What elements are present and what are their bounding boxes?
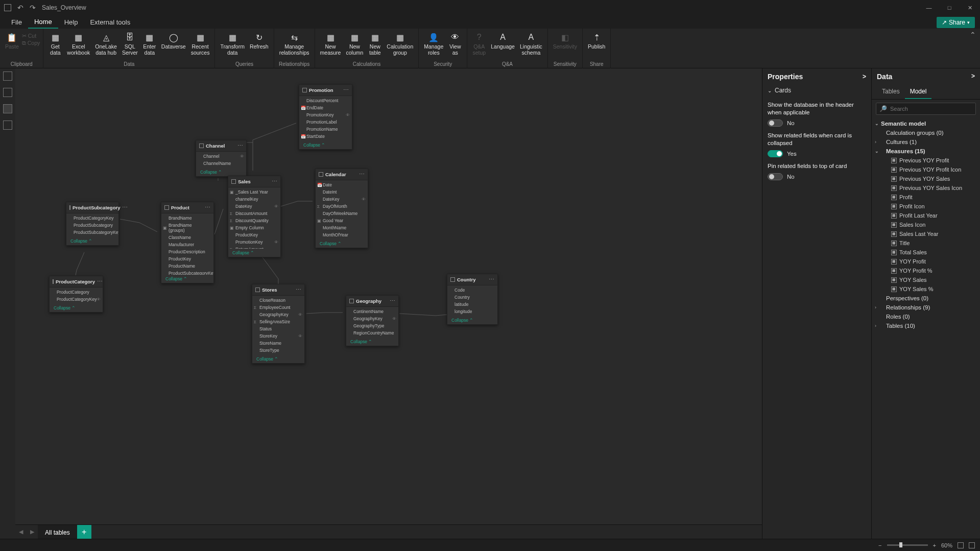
- measure-profit[interactable]: ▦Profit: [874, 193, 978, 202]
- undo-icon[interactable]: ↶: [17, 4, 23, 12]
- table-card-calendar[interactable]: Calendar⋯📅DateDateIntDateKey👁ΣDayOfMonth…: [315, 169, 368, 248]
- close-button[interactable]: ✕: [960, 0, 980, 15]
- field-dayofweekname[interactable]: DayOfWeekName: [316, 210, 368, 217]
- data-tab-model[interactable]: Model: [905, 85, 932, 99]
- opt3-toggle[interactable]: [768, 173, 783, 180]
- collapse-link[interactable]: Collapse ⌃: [346, 338, 398, 346]
- tab-prev-icon[interactable]: ◀: [15, 529, 27, 535]
- field-productdescription[interactable]: ProductDescription: [161, 248, 213, 255]
- field-classname[interactable]: ClassName: [161, 234, 213, 241]
- measure-previous-yoy-profit[interactable]: ▦Previous YOY Profit: [874, 156, 978, 165]
- field-startdate[interactable]: 📅StartDate: [299, 133, 352, 140]
- table-card-country[interactable]: Country⋯CodeCountrylatitudelongitudeColl…: [447, 274, 498, 325]
- field-dateint[interactable]: DateInt: [316, 188, 368, 196]
- ribbon-calculation-group[interactable]: ▦Calculation group: [385, 31, 415, 57]
- dax-view-icon[interactable]: [3, 121, 12, 130]
- ribbon-publish[interactable]: ⇡Publish: [586, 31, 607, 51]
- ribbon-cut[interactable]: ✂ Cut: [22, 33, 40, 39]
- more-icon[interactable]: ⋯: [489, 276, 494, 283]
- zoom-in-icon[interactable]: +: [933, 542, 936, 548]
- data-tab-tables[interactable]: Tables: [877, 85, 905, 99]
- ribbon-transform-data[interactable]: ▦Transform data: [218, 31, 246, 57]
- add-tab-button[interactable]: +: [77, 525, 91, 539]
- menu-item-file[interactable]: File: [5, 16, 28, 28]
- ribbon-enter-data[interactable]: ▦Enter data: [141, 31, 158, 57]
- ribbon-manage-relationships[interactable]: ⇆Manage relationships: [277, 31, 312, 57]
- maximize-button[interactable]: □: [939, 0, 960, 15]
- measure-sales-icon[interactable]: ▦Sales Icon: [874, 220, 978, 229]
- table-card-productsubcategory[interactable]: ProductSubcategory⋯ProductCategoryKeyPro…: [66, 202, 119, 246]
- collapse-link[interactable]: Collapse ⌃: [447, 316, 497, 324]
- collapse-link[interactable]: Collapse ⌃: [252, 355, 304, 363]
- zoom-out-icon[interactable]: −: [878, 542, 881, 548]
- table-card-product[interactable]: Product⋯BrandName▣BrandName (groups)Clas…: [161, 202, 214, 283]
- ribbon-new-table[interactable]: ▦New table: [366, 31, 384, 57]
- tab-all-tables[interactable]: All tables: [38, 525, 77, 539]
- ribbon-new-column[interactable]: ▦New column: [344, 31, 365, 57]
- cards-section-header[interactable]: ⌄ Cards: [768, 85, 866, 96]
- field-promotionkey[interactable]: PromotionKey👁: [228, 238, 280, 246]
- field-good-year[interactable]: ▣Good Year: [316, 217, 368, 224]
- menu-item-external-tools[interactable]: External tools: [84, 16, 136, 28]
- tree-node-calculation-groups-0-[interactable]: Calculation groups (0): [874, 128, 978, 137]
- tree-node-perspectives-0-[interactable]: Perspectives (0): [874, 294, 978, 303]
- tree-node-relationships-9-[interactable]: ›Relationships (9): [874, 303, 978, 312]
- ribbon-manage-roles[interactable]: 👤Manage roles: [422, 31, 445, 57]
- tree-node-roles-0-[interactable]: Roles (0): [874, 312, 978, 321]
- field-dayofmonth[interactable]: ΣDayOfMonth: [316, 203, 368, 210]
- ribbon-new-measure[interactable]: ▦New measure: [318, 31, 343, 57]
- menu-item-home[interactable]: Home: [28, 16, 58, 29]
- field-regioncountryname[interactable]: RegionCountryName: [346, 329, 398, 337]
- table-card-productcategory[interactable]: ProductCategory⋯ProductCategoryProductCa…: [49, 276, 103, 313]
- model-canvas[interactable]: Promotion⋯DiscountPercent📅EndDatePromoti…: [15, 68, 762, 530]
- ribbon-copy[interactable]: ⧉ Copy: [22, 40, 40, 46]
- field-geographykey[interactable]: GeographyKey👁: [346, 315, 398, 322]
- field-promotionlabel[interactable]: PromotionLabel: [299, 118, 352, 126]
- ribbon-get-data[interactable]: ▦Get data: [46, 31, 64, 57]
- field-brandname-(groups)[interactable]: ▣BrandName (groups): [161, 222, 213, 234]
- measure-yoy-sales-[interactable]: ▦YOY Sales %: [874, 284, 978, 294]
- search-input[interactable]: [890, 106, 972, 112]
- measure-yoy-profit[interactable]: ▦YOY Profit: [874, 257, 978, 266]
- ribbon-view-as[interactable]: 👁View as: [446, 31, 464, 57]
- field-productcategorykey[interactable]: ProductCategoryKey👁: [50, 296, 103, 303]
- field-status[interactable]: Status: [252, 325, 304, 332]
- field-storetype[interactable]: StoreType: [252, 347, 304, 354]
- field-channel[interactable]: Channel👁: [196, 153, 246, 160]
- table-view-icon[interactable]: [3, 88, 12, 97]
- ribbon-refresh[interactable]: ↻Refresh: [248, 31, 271, 51]
- field-brandname[interactable]: BrandName: [161, 214, 213, 222]
- field-datekey[interactable]: DateKey👁: [228, 203, 280, 210]
- ribbon-recent-sources[interactable]: ▦Recent sources: [189, 31, 212, 57]
- field-latitude[interactable]: latitude: [447, 301, 497, 308]
- field-returnamount[interactable]: ΣReturnAmount: [228, 246, 280, 249]
- field-storekey[interactable]: StoreKey👁: [252, 332, 304, 340]
- more-icon[interactable]: ⋯: [359, 171, 365, 178]
- measure-profit-last-year[interactable]: ▦Profit Last Year: [874, 211, 978, 220]
- share-button[interactable]: ↗ Share ▾: [937, 17, 975, 28]
- field-discountamount[interactable]: ΣDiscountAmount: [228, 210, 280, 217]
- ribbon-paste[interactable]: 📋Paste: [3, 31, 21, 51]
- field-sellingareasize[interactable]: ΣSellingAreaSize: [252, 318, 304, 325]
- field-discountquantity[interactable]: ΣDiscountQuantity: [228, 217, 280, 224]
- ribbon-linguistic-schema[interactable]: ALinguistic schema: [518, 31, 544, 57]
- more-icon[interactable]: ⋯: [205, 204, 210, 211]
- field-productkey[interactable]: ProductKey: [228, 231, 280, 238]
- search-box[interactable]: 🔎: [876, 103, 976, 115]
- redo-icon[interactable]: ↷: [30, 4, 36, 12]
- field-channelname[interactable]: ChannelName: [196, 160, 246, 167]
- more-icon[interactable]: ⋯: [97, 278, 103, 285]
- opt2-toggle[interactable]: [768, 150, 783, 157]
- field-monthofyear[interactable]: MonthOfYear: [316, 231, 368, 238]
- field-productcategorykey[interactable]: ProductCategoryKey: [66, 214, 118, 222]
- collapse-link[interactable]: Collapse ⌃: [66, 237, 118, 245]
- collapse-link[interactable]: Collapse ⌃: [299, 141, 352, 149]
- measure-total-sales[interactable]: ▦Total Sales: [874, 248, 978, 257]
- table-card-stores[interactable]: Stores⋯CloseReasonΣEmployeeCountGeograph…: [252, 284, 305, 364]
- properties-collapse-icon[interactable]: >: [863, 73, 866, 80]
- ribbon-language[interactable]: ALanguage: [489, 31, 517, 51]
- field-employeecount[interactable]: ΣEmployeeCount: [252, 304, 304, 311]
- ribbon-onelake-data-hub[interactable]: ◬OneLake data hub: [93, 31, 119, 57]
- field-productkey[interactable]: ProductKey: [161, 255, 213, 262]
- data-collapse-icon[interactable]: >: [971, 73, 975, 81]
